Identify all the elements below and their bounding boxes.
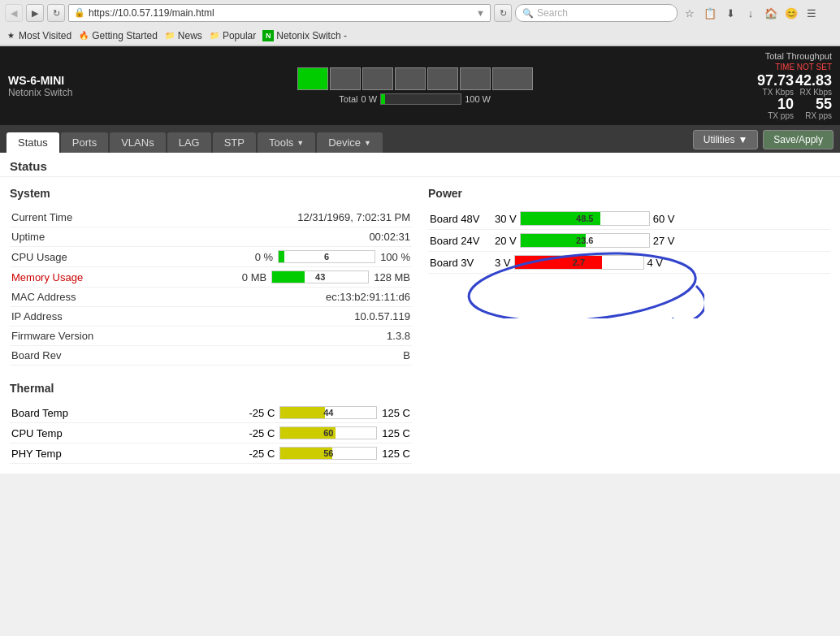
board3v-max: 4 V [647,257,664,269]
ports-row [297,67,533,90]
cpu-pct-left: 0 % [255,251,273,263]
tab-tools[interactable]: Tools ▼ [258,132,315,153]
pocket-icon[interactable]: ⬇ [721,4,739,22]
board48v-label: Board 48V [428,208,493,230]
phy-temp-num: 56 [280,448,376,458]
cpu-temp-num: 60 [280,428,376,438]
cpu-temp-bar: 60 [279,426,377,439]
home-icon[interactable]: 🏠 [762,4,780,22]
header-power-fill [381,94,385,104]
bookmark-netonix[interactable]: N Netonix Switch - [262,30,347,41]
cpu-label: CPU Usage [10,247,123,267]
rx-kbps-value: 42.83 [795,73,832,88]
phy-temp-value-cell: -25 C 56 125 C [91,443,412,464]
phy-temp-label: PHY Temp [10,443,91,464]
phy-temp-bar: 56 [279,447,377,460]
main-content: System Current Time 12/31/1969, 7:02:31 … [0,177,840,474]
firmware-label: Firmware Version [10,327,123,346]
memory-mb-left: 0 MB [242,271,266,283]
mac-row: MAC Address ec:13:b2:91:11:d6 [10,288,412,307]
address-bar[interactable]: 🔒 https://10.0.57.119/main.html ▼ [68,4,491,22]
lock-icon: 🔒 [74,7,85,19]
app-header: WS-6-MINI Netonix Switch Total 0 W [0,46,840,125]
device-info: WS-6-MINI Netonix Switch [8,74,72,98]
rx-kbps-col: 42.83 RX Kbps 55 RX pps [795,73,832,120]
board-rev-value: B [123,346,412,366]
bookmarks-bar: ★ Most Visited 🔥 Getting Started 📁 News … [0,26,840,45]
uptime-label: Uptime [10,227,123,247]
board24v-min: 20 V [495,235,517,247]
cpu-value-cell: 0 % 6 100 % [123,247,412,267]
refresh-button[interactable]: ↻ [47,4,65,22]
bookmark-icon[interactable]: ☆ [681,4,699,22]
reading-list-icon[interactable]: 📋 [701,4,719,22]
bookmark-news[interactable]: 📁 News [164,30,202,41]
right-panel: Power Board 48V 30 V 48 [428,187,830,464]
bookmark-most-visited[interactable]: ★ Most Visited [5,30,71,41]
stats-grid: 97.73 TX Kbps 10 TX pps 42.83 RX Kbps 55… [757,73,832,120]
tab-vlans[interactable]: VLANs [110,132,165,153]
download-icon[interactable]: ↓ [742,4,760,22]
browser-toolbar: ◀ ▶ ↻ 🔒 https://10.0.57.119/main.html ▼ … [0,0,840,26]
board24v-max: 27 V [653,235,675,247]
search-icon: 🔍 [522,8,534,19]
tab-ports[interactable]: Ports [61,132,108,153]
board3v-row: Board 3V 3 V 2.7 4 V [428,252,830,274]
mac-label: MAC Address [10,288,123,307]
forward-button[interactable]: ▶ [26,4,44,22]
folder-icon-2: 📁 [209,30,220,41]
current-time-row: Current Time 12/31/1969, 7:02:31 PM [10,208,412,227]
bookmark-popular[interactable]: 📁 Popular [209,30,256,41]
port-4 [395,67,426,90]
ip-label: IP Address [10,307,123,327]
port-3 [362,67,393,90]
n-icon: N [262,30,274,41]
save-apply-button[interactable]: Save/Apply [763,130,834,149]
cpu-temp-min: -25 C [249,427,275,439]
ip-row: IP Address 10.0.57.119 [10,307,412,327]
tools-arrow: ▼ [297,139,304,147]
tab-stp[interactable]: STP [213,132,256,153]
back-button[interactable]: ◀ [5,4,23,22]
utilities-button[interactable]: Utilities ▼ [693,130,759,149]
phy-temp-row: PHY Temp -25 C 56 125 [10,443,412,464]
cpu-bar-label: 6 [279,252,375,262]
port-1 [297,67,328,90]
menu-icon[interactable]: ☰ [803,4,821,22]
bookmark-getting-started[interactable]: 🔥 Getting Started [78,30,158,41]
power-table: Board 48V 30 V 48.5 60 V [428,208,830,274]
cpu-temp-max: 125 C [382,427,410,439]
time-not-set: TIME NOT SET [775,63,832,71]
tab-lag[interactable]: LAG [167,132,211,153]
board48v-max: 60 V [653,213,675,225]
nav-tabs: Status Ports VLANs LAG STP Tools ▼ Devic… [0,125,840,153]
star-icon: ★ [5,30,16,41]
thermal-heading: Thermal [10,382,412,395]
url-text: https://10.0.57.119/main.html [89,7,476,19]
tab-device[interactable]: Device ▼ [317,132,383,153]
board24v-row: Board 24V 20 V 23.6 27 V [428,230,830,252]
board24v-wrap: 20 V 23.6 27 V [495,233,829,248]
thermal-table: Board Temp -25 C 44 1 [10,403,412,464]
tab-status[interactable]: Status [6,132,59,153]
profile-icon[interactable]: 😊 [782,4,800,22]
phy-temp-min: -25 C [249,448,275,460]
board-temp-value-cell: -25 C 44 125 C [91,403,412,423]
current-time-value: 12/31/1969, 7:02:31 PM [123,208,412,227]
firmware-row: Firmware Version 1.3.8 [10,327,412,346]
port-6 [460,67,491,90]
utilities-arrow: ▼ [738,134,747,145]
board3v-value-cell: 3 V 2.7 4 V [493,252,830,274]
cpu-temp-label: CPU Temp [10,423,91,443]
search-box[interactable]: 🔍 Search [515,4,678,22]
total-label: Total [339,94,357,104]
left-panel: System Current Time 12/31/1969, 7:02:31 … [10,187,412,464]
nav-actions: Utilities ▼ Save/Apply [693,130,834,153]
board24v-value-cell: 20 V 23.6 27 V [493,230,830,252]
board-temp-label: Board Temp [10,403,91,423]
port-sfp [492,67,533,90]
reload-stop-button[interactable]: ↻ [494,4,512,22]
thermal-section: Thermal Board Temp -25 C [10,382,412,464]
content-area: Status System Current Time 12/31/1969, 7… [0,153,840,474]
memory-bar-label: 43 [272,272,368,282]
